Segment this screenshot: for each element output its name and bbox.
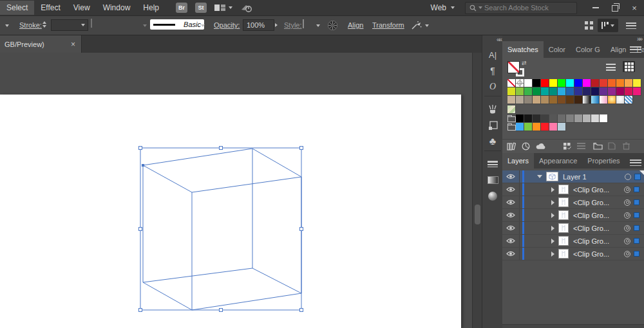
layer-name[interactable]: <Clip Gro... xyxy=(573,224,609,232)
swatch[interactable] xyxy=(633,87,641,96)
style-swatch-dropdown[interactable] xyxy=(303,20,304,28)
swatch[interactable] xyxy=(608,87,616,96)
swatch[interactable] xyxy=(533,96,541,104)
stroke-weight-field[interactable] xyxy=(51,19,88,31)
restore-button[interactable] xyxy=(605,0,625,15)
collapse-layer-icon[interactable] xyxy=(537,175,542,178)
swatch[interactable] xyxy=(566,87,574,96)
style-label[interactable]: Style: xyxy=(284,21,302,29)
menu-select[interactable]: Select xyxy=(0,1,34,15)
target-icon[interactable] xyxy=(625,174,631,180)
swatch[interactable] xyxy=(583,114,591,123)
target-icon[interactable] xyxy=(624,187,630,193)
stroke-style-chevron-icon[interactable] xyxy=(201,24,205,27)
gradient-panel-icon[interactable] xyxy=(482,172,503,188)
opacity-field[interactable]: 100% xyxy=(243,19,274,31)
swatch[interactable] xyxy=(541,87,549,96)
brush-preview-box[interactable] xyxy=(91,19,92,27)
new-color-group-icon[interactable] xyxy=(592,141,603,150)
swatch[interactable] xyxy=(591,96,600,104)
layer-name[interactable]: <Clip Gro... xyxy=(573,212,609,219)
swatch[interactable] xyxy=(541,123,549,131)
swatch[interactable] xyxy=(625,87,633,96)
swatch[interactable] xyxy=(524,79,533,87)
brush-chevron-icon[interactable] xyxy=(143,24,147,27)
paragraph-panel-icon[interactable]: ¶ xyxy=(482,63,503,78)
color-group-folder-icon[interactable] xyxy=(507,114,515,122)
swatch[interactable] xyxy=(566,114,574,123)
cube-wireframe[interactable] xyxy=(143,149,301,310)
layer-thumbnail[interactable] xyxy=(558,185,569,194)
bridge-button[interactable]: Br xyxy=(176,3,187,13)
expand-layer-icon[interactable] xyxy=(551,239,554,244)
expand-layer-icon[interactable] xyxy=(551,213,554,218)
visibility-toggle[interactable] xyxy=(502,183,520,196)
layer-row[interactable]: <Clip Gro... xyxy=(502,235,644,248)
selection-indicator[interactable] xyxy=(634,238,639,244)
swatch[interactable] xyxy=(524,114,533,123)
swatch[interactable] xyxy=(616,79,625,87)
layer-name[interactable]: Layer 1 xyxy=(563,173,587,181)
tab-properties[interactable]: Properties xyxy=(582,153,625,169)
swatch[interactable] xyxy=(583,79,591,87)
swatch[interactable] xyxy=(608,79,616,87)
layer-row-root[interactable]: Layer 1 xyxy=(502,170,644,183)
swatch[interactable] xyxy=(524,123,533,131)
tab-swatches[interactable]: Swatches xyxy=(502,41,544,58)
stroke-label[interactable]: Stroke: xyxy=(19,21,42,29)
swatch[interactable] xyxy=(541,96,549,104)
selection-handle[interactable] xyxy=(300,228,303,231)
arrange-grid-icon[interactable] xyxy=(585,21,593,30)
brushes-panel-icon[interactable] xyxy=(482,102,503,117)
expand-layer-icon[interactable] xyxy=(551,251,554,257)
search-adobe-stock-input[interactable]: Search Adobe Stock xyxy=(465,2,577,14)
opentype-panel-icon[interactable]: O xyxy=(482,79,503,95)
layer-row[interactable]: <Clip Gro... xyxy=(502,248,644,260)
swatch[interactable] xyxy=(558,114,566,123)
swatch[interactable] xyxy=(516,87,524,96)
collapse-panels-icon[interactable]: »» xyxy=(637,35,641,42)
delete-swatch-icon[interactable] xyxy=(621,141,631,150)
visibility-toggle[interactable] xyxy=(502,209,520,221)
layer-thumbnail[interactable] xyxy=(558,249,569,259)
selected-artwork[interactable] xyxy=(0,53,472,328)
layer-name[interactable]: <Clip Gro... xyxy=(573,199,609,206)
layer-row[interactable]: <Clip Gro... xyxy=(502,209,644,222)
swatches-panel-icon[interactable] xyxy=(482,118,503,133)
target-icon[interactable] xyxy=(624,199,630,206)
layers-panel-menu-icon[interactable] xyxy=(630,158,641,167)
swatch[interactable] xyxy=(616,87,625,96)
minimize-button[interactable] xyxy=(586,0,605,15)
layer-thumbnail[interactable] xyxy=(546,172,558,181)
close-button[interactable]: × xyxy=(625,0,644,15)
tab-appearance[interactable]: Appearance xyxy=(534,153,582,169)
menu-view[interactable]: View xyxy=(67,1,97,15)
visibility-toggle[interactable] xyxy=(502,170,520,183)
swatch[interactable] xyxy=(591,114,600,123)
selection-handle[interactable] xyxy=(220,309,223,312)
visibility-toggle[interactable] xyxy=(502,196,520,208)
swatch[interactable] xyxy=(566,96,574,104)
swatches-panel-menu-icon[interactable] xyxy=(630,45,641,54)
swatch[interactable] xyxy=(507,79,516,87)
opacity-chevron-icon[interactable] xyxy=(275,23,278,27)
swatch[interactable] xyxy=(574,87,583,96)
selection-handle[interactable] xyxy=(139,309,142,312)
selection-handle[interactable] xyxy=(300,309,303,312)
workspace-active-button[interactable] xyxy=(598,19,618,32)
select-similar-icon[interactable] xyxy=(411,21,422,30)
swatch[interactable] xyxy=(549,96,558,104)
swatch[interactable] xyxy=(507,87,516,96)
select-similar-chevron-icon[interactable] xyxy=(425,24,429,27)
visibility-toggle[interactable] xyxy=(502,248,520,260)
color-themes-icon[interactable] xyxy=(520,141,531,150)
swatch[interactable] xyxy=(541,79,549,87)
target-icon[interactable] xyxy=(624,251,630,257)
swatch[interactable] xyxy=(558,123,566,131)
swatch[interactable] xyxy=(516,96,524,104)
stroke-weight-stepper[interactable] xyxy=(43,21,46,28)
document-tab[interactable]: GB/Preview) × xyxy=(0,35,82,53)
target-icon[interactable] xyxy=(624,238,630,244)
swatch[interactable] xyxy=(549,123,558,131)
swatch[interactable] xyxy=(558,96,566,104)
